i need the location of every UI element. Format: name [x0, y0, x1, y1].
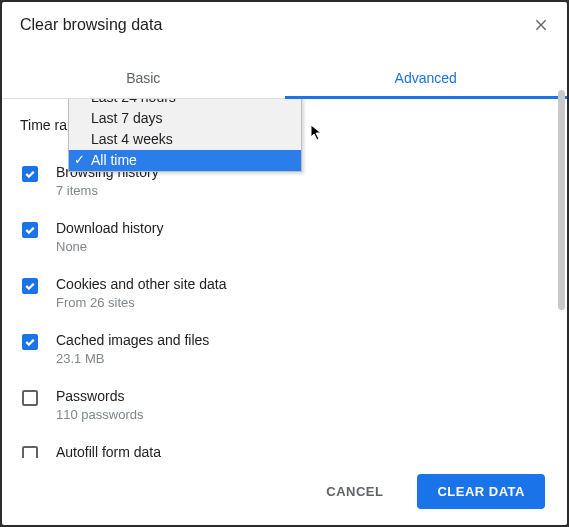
dropdown-option[interactable]: Last 7 days — [69, 108, 301, 129]
cancel-button[interactable]: Cancel — [306, 474, 403, 509]
item-sub: 23.1 MB — [56, 351, 209, 366]
data-types-list: Browsing history 7 items Download histor… — [22, 153, 555, 458]
list-item: Cached images and files 23.1 MB — [22, 321, 555, 377]
time-range-dropdown[interactable]: Last hour Last 24 hours Last 7 days Last… — [68, 99, 302, 172]
list-item: Autofill form data — [22, 433, 555, 458]
clear-data-button[interactable]: Clear data — [417, 474, 545, 509]
item-label: Cookies and other site data — [56, 276, 226, 292]
item-label: Passwords — [56, 388, 143, 404]
dialog-footer: Cancel Clear data — [2, 458, 567, 525]
checkbox-cookies[interactable] — [22, 278, 38, 294]
tab-advanced[interactable]: Advanced — [285, 58, 568, 98]
dropdown-option-selected[interactable]: All time — [69, 150, 301, 171]
item-label: Cached images and files — [56, 332, 209, 348]
clear-browsing-data-dialog: Clear browsing data Basic Advanced Time … — [2, 2, 567, 525]
checkbox-passwords[interactable] — [22, 390, 38, 406]
scrollbar[interactable] — [558, 90, 565, 310]
dropdown-option[interactable]: Last 24 hours — [69, 99, 301, 108]
dropdown-option[interactable]: Last 4 weeks — [69, 129, 301, 150]
dialog-title: Clear browsing data — [20, 16, 162, 34]
item-label: Autofill form data — [56, 444, 161, 458]
list-item: Download history None — [22, 209, 555, 265]
tab-basic[interactable]: Basic — [2, 58, 285, 98]
close-icon[interactable] — [533, 17, 549, 33]
checkbox-cached[interactable] — [22, 334, 38, 350]
list-item: Passwords 110 passwords — [22, 377, 555, 433]
checkbox-browsing-history[interactable] — [22, 166, 38, 182]
dialog-header: Clear browsing data — [2, 2, 567, 34]
item-sub: 7 items — [56, 183, 159, 198]
item-sub: None — [56, 239, 163, 254]
item-sub: 110 passwords — [56, 407, 143, 422]
checkbox-download-history[interactable] — [22, 222, 38, 238]
dialog-content: Time range Last hour Last 24 hours Last … — [2, 99, 567, 458]
list-item: Cookies and other site data From 26 site… — [22, 265, 555, 321]
item-label: Download history — [56, 220, 163, 236]
checkbox-autofill[interactable] — [22, 446, 38, 458]
item-sub: From 26 sites — [56, 295, 226, 310]
tabs: Basic Advanced — [2, 58, 567, 99]
